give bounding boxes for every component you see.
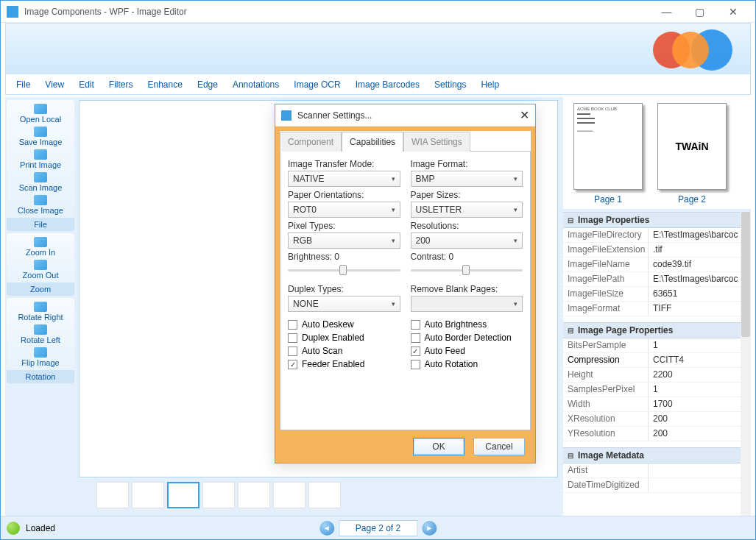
select-image-format[interactable]: BMP [411, 171, 523, 187]
select-remove-blank[interactable] [411, 296, 523, 312]
next-page-button[interactable]: ► [422, 521, 437, 536]
checkbox-box[interactable]: ✓ [288, 360, 297, 369]
slider-brightness-knob[interactable] [339, 265, 347, 275]
tab-capabilities[interactable]: Capabilities [342, 132, 403, 152]
section-image-metadata[interactable]: Image Metadata [563, 447, 751, 463]
tool-save-image[interactable]: Save Image [7, 125, 74, 148]
tab-wia-settings[interactable]: WIA Settings [403, 132, 470, 152]
select-paper-sizes[interactable]: USLETTER [411, 202, 523, 218]
tool-save-label: Save Image [19, 138, 63, 146]
property-row[interactable]: SamplesPerPixel1 [563, 383, 751, 397]
tab-component[interactable]: Component [280, 132, 342, 152]
thumb-1[interactable] [96, 482, 129, 508]
checkbox-auto-border-detection[interactable]: Auto Border Detection [411, 331, 523, 344]
dialog-close-button[interactable]: ✕ [520, 108, 529, 122]
property-row[interactable]: ImageFileDirectoryE:\TestImages\barcoc [563, 228, 751, 243]
property-row[interactable]: YResolution200 [563, 427, 751, 441]
menu-edge[interactable]: Edge [191, 77, 224, 93]
select-resolutions[interactable]: 200 [411, 232, 523, 249]
checkbox-box[interactable] [288, 347, 297, 356]
checkbox-box[interactable] [411, 360, 420, 369]
property-key: ImageFileExtension [563, 243, 649, 257]
tool-flip-label: Flip Image [21, 358, 59, 367]
checkbox-auto-brightness[interactable]: Auto Brightness [411, 318, 523, 331]
menu-image-barcodes[interactable]: Image Barcodes [350, 77, 425, 93]
tool-rotate-right-label: Rotate Right [18, 313, 63, 321]
menu-annotations[interactable]: Annotations [227, 77, 285, 93]
section-image-page-properties[interactable]: Image Page Properties [563, 322, 751, 338]
tool-zoom-out[interactable]: Zoom Out [7, 258, 74, 281]
property-value [649, 478, 751, 492]
checkbox-box[interactable] [288, 333, 297, 343]
property-row[interactable]: CompressionCCITT4 [563, 353, 751, 368]
minimize-button[interactable]: — [650, 1, 683, 23]
thumb-2[interactable] [132, 482, 164, 508]
property-row[interactable]: ImageFileNamecode39.tif [563, 257, 751, 272]
tool-scan-image[interactable]: Scan Image [7, 171, 74, 193]
thumb-4[interactable] [202, 482, 235, 508]
checkbox-auto-deskew[interactable]: Auto Deskew [288, 318, 400, 331]
tool-open-local[interactable]: Open Local [7, 102, 74, 125]
menu-filters[interactable]: Filters [103, 77, 139, 93]
property-value: 2200 [649, 368, 751, 382]
select-transfer-mode[interactable]: NATIVE [288, 171, 400, 187]
checkbox-auto-scan[interactable]: Auto Scan [288, 344, 400, 358]
close-button[interactable]: ✕ [716, 1, 749, 23]
tool-flip-image[interactable]: Flip Image [7, 346, 74, 369]
tool-zoom-in[interactable]: Zoom In [7, 235, 74, 258]
scrollbar-thumb[interactable] [741, 212, 750, 337]
slider-contrast[interactable] [411, 263, 523, 277]
property-row[interactable]: BitsPerSample1 [563, 338, 751, 353]
menu-help[interactable]: Help [475, 77, 505, 93]
checkbox-box[interactable]: ✓ [411, 347, 420, 356]
menu-enhance[interactable]: Enhance [142, 77, 188, 93]
ok-button[interactable]: OK [413, 438, 464, 455]
slider-contrast-knob[interactable] [462, 265, 470, 275]
property-row[interactable]: DateTimeDigitized [563, 478, 751, 493]
page-thumb-1[interactable]: ACME BOOK CLUB▬▬▬▬▬▬▬▬▬▬▬═════ Page 1 [573, 103, 643, 206]
menu-settings[interactable]: Settings [428, 77, 472, 93]
properties-scrollbar[interactable] [741, 212, 751, 516]
section-image-properties[interactable]: Image Properties [563, 212, 751, 228]
dialog-titlebar[interactable]: Scanner Settings... ✕ [275, 104, 535, 127]
checkbox-box[interactable] [411, 333, 420, 343]
tool-print-image[interactable]: Print Image [7, 148, 74, 171]
property-row[interactable]: Height2200 [563, 368, 751, 383]
tool-rotate-left[interactable]: Rotate Left [7, 323, 74, 346]
property-row[interactable]: Width1700 [563, 397, 751, 412]
maximize-button[interactable]: ▢ [683, 1, 716, 23]
property-row[interactable]: XResolution200 [563, 412, 751, 427]
checkbox-auto-feed[interactable]: ✓Auto Feed [411, 344, 523, 358]
property-row[interactable]: ImageFileSize63651 [563, 287, 751, 302]
property-row[interactable]: ImageFileExtension.tif [563, 243, 751, 257]
checkbox-box[interactable] [411, 320, 420, 330]
select-paper-orientations[interactable]: ROT0 [288, 202, 400, 218]
menu-file[interactable]: File [10, 77, 36, 93]
slider-brightness[interactable] [288, 263, 400, 277]
property-row[interactable]: ImageFilePathE:\TestImages\barcoc [563, 272, 751, 287]
thumb-7[interactable] [308, 482, 341, 508]
page-thumb-2[interactable]: TWAiN Page 2 [657, 103, 727, 205]
cancel-button[interactable]: Cancel [473, 438, 525, 455]
checkbox-auto-rotation[interactable]: Auto Rotation [411, 358, 523, 371]
thumb-3[interactable] [167, 482, 199, 508]
tool-close-image[interactable]: Close Image [7, 193, 74, 216]
select-duplex-types[interactable]: NONE [288, 296, 400, 312]
thumb-6[interactable] [273, 482, 305, 508]
select-pixel-types[interactable]: RGB [288, 232, 400, 249]
scan-icon [34, 172, 47, 182]
property-key: ImageFilePath [563, 272, 649, 286]
checkbox-duplex-enabled[interactable]: Duplex Enabled [288, 331, 400, 344]
properties-panel[interactable]: Image Properties ImageFileDirectoryE:\Te… [563, 212, 751, 516]
menu-view[interactable]: View [39, 77, 70, 93]
prev-page-button[interactable]: ◄ [319, 521, 334, 536]
menu-image-ocr[interactable]: Image OCR [288, 77, 346, 93]
checkbox-box[interactable] [288, 320, 297, 330]
menu-edit[interactable]: Edit [73, 77, 100, 93]
tool-rotate-right[interactable]: Rotate Right [7, 300, 74, 323]
pager: ◄ Page 2 of 2 ► [319, 520, 437, 536]
property-row[interactable]: Artist [563, 463, 751, 478]
thumb-5[interactable] [238, 482, 270, 508]
checkbox-feeder-enabled[interactable]: ✓Feeder Enabled [288, 358, 400, 371]
property-row[interactable]: ImageFormatTIFF [563, 302, 751, 316]
